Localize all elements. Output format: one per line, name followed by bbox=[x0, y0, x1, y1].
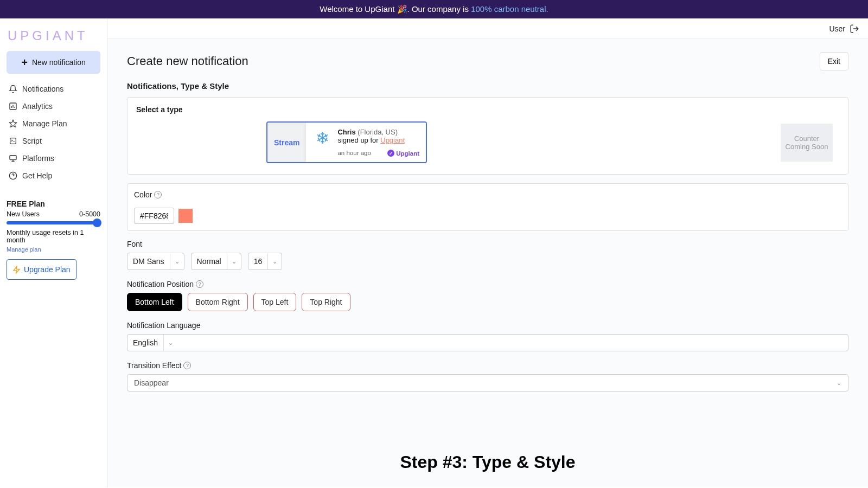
chevron-down-icon: ⌄ bbox=[837, 380, 841, 387]
slider-thumb[interactable] bbox=[93, 219, 101, 227]
plan-reset-note: Monthly usage resets in 1 month bbox=[7, 229, 100, 244]
stream-tag: Stream bbox=[267, 123, 306, 162]
language-select[interactable]: English⌄ bbox=[127, 334, 848, 351]
step-overlay-text: Step #3: Type & Style bbox=[400, 452, 575, 472]
plan-block: FREE Plan New Users 0-5000 Monthly usage… bbox=[7, 200, 100, 280]
position-label: Notification Position bbox=[127, 280, 194, 288]
plan-range: 0-5000 bbox=[79, 210, 100, 218]
transition-label: Transition Effect bbox=[127, 361, 181, 370]
script-icon bbox=[9, 137, 17, 145]
font-size-select[interactable]: 16⌄ bbox=[248, 253, 283, 270]
position-bottom-left[interactable]: Bottom Left bbox=[127, 293, 182, 311]
type-option-counter: Counter Coming Soon bbox=[781, 124, 833, 162]
sidebar-item-get-help[interactable]: Get Help bbox=[7, 167, 100, 184]
check-icon: ✓ bbox=[387, 150, 394, 157]
plan-title: FREE Plan bbox=[7, 200, 100, 208]
party-icon: 🎉 bbox=[397, 4, 407, 14]
font-label: Font bbox=[127, 240, 848, 248]
logo: UPGIANT bbox=[8, 28, 100, 43]
sidebar-item-manage-plan[interactable]: Manage Plan bbox=[7, 115, 100, 132]
position-top-left[interactable]: Top Left bbox=[253, 293, 297, 311]
topbar: User bbox=[107, 18, 868, 39]
color-swatch[interactable] bbox=[178, 209, 193, 223]
new-notification-button[interactable]: + New notification bbox=[7, 51, 100, 74]
logout-icon[interactable] bbox=[850, 24, 859, 34]
type-option-stream[interactable]: Stream ❄ Chris (Florida, US) signed up f… bbox=[266, 121, 427, 163]
snowflake-icon: ❄ bbox=[312, 128, 332, 147]
platforms-icon bbox=[9, 154, 17, 163]
bell-icon bbox=[9, 85, 17, 93]
help-tooltip-icon[interactable]: ? bbox=[183, 362, 191, 369]
chevron-down-icon: ⌄ bbox=[268, 258, 282, 265]
transition-select[interactable]: Disappear ⌄ bbox=[127, 374, 848, 391]
star-icon bbox=[9, 119, 17, 128]
color-label: Color bbox=[134, 190, 152, 199]
svg-marker-5 bbox=[14, 266, 20, 273]
help-icon bbox=[9, 171, 17, 180]
select-type-label: Select a type bbox=[136, 105, 839, 114]
plus-icon: + bbox=[21, 57, 28, 68]
help-tooltip-icon[interactable]: ? bbox=[196, 280, 203, 288]
chevron-down-icon: ⌄ bbox=[170, 258, 184, 265]
font-family-select[interactable]: DM Sans⌄ bbox=[127, 253, 184, 270]
page-title: Create new notification bbox=[127, 54, 248, 68]
top-banner: Welcome to UpGiant 🎉. Our company is 100… bbox=[0, 0, 868, 18]
sidebar-item-platforms[interactable]: Platforms bbox=[7, 150, 100, 167]
svg-marker-1 bbox=[9, 120, 16, 127]
language-label: Notification Language bbox=[127, 321, 848, 330]
position-bottom-right[interactable]: Bottom Right bbox=[188, 293, 248, 311]
upgrade-plan-button[interactable]: Upgrade Plan bbox=[7, 259, 76, 280]
bolt-icon bbox=[12, 266, 21, 274]
preview-time: an hour ago bbox=[337, 150, 371, 157]
position-top-right[interactable]: Top Right bbox=[302, 293, 350, 311]
svg-rect-3 bbox=[10, 156, 16, 160]
plan-metric: New Users bbox=[7, 210, 40, 218]
manage-plan-link[interactable]: Manage plan bbox=[7, 246, 100, 253]
help-tooltip-icon[interactable]: ? bbox=[154, 191, 162, 198]
carbon-neutral-link[interactable]: 100% carbon neutral. bbox=[471, 4, 548, 14]
color-input[interactable] bbox=[134, 208, 174, 224]
user-label: User bbox=[829, 24, 845, 33]
font-weight-select[interactable]: Normal⌄ bbox=[191, 253, 241, 270]
sidebar-item-notifications[interactable]: Notifications bbox=[7, 80, 100, 98]
sidebar-item-analytics[interactable]: Analytics bbox=[7, 98, 100, 115]
chart-icon bbox=[9, 102, 17, 111]
preview-brand: ✓Upgiant bbox=[387, 150, 419, 157]
chevron-down-icon: ⌄ bbox=[164, 339, 177, 346]
sidebar: UPGIANT + New notification Notifications… bbox=[0, 18, 107, 487]
section-title: Notifications, Type & Style bbox=[127, 81, 848, 91]
exit-button[interactable]: Exit bbox=[820, 52, 848, 70]
type-selector-card: Select a type Stream ❄ Chris (Florida, U… bbox=[127, 97, 848, 175]
usage-slider[interactable] bbox=[7, 221, 100, 224]
notification-preview: ❄ Chris (Florida, US) signed up for Upgi… bbox=[306, 123, 426, 162]
chevron-down-icon: ⌄ bbox=[227, 258, 241, 265]
svg-rect-2 bbox=[10, 138, 16, 144]
sidebar-item-script[interactable]: Script bbox=[7, 132, 100, 150]
